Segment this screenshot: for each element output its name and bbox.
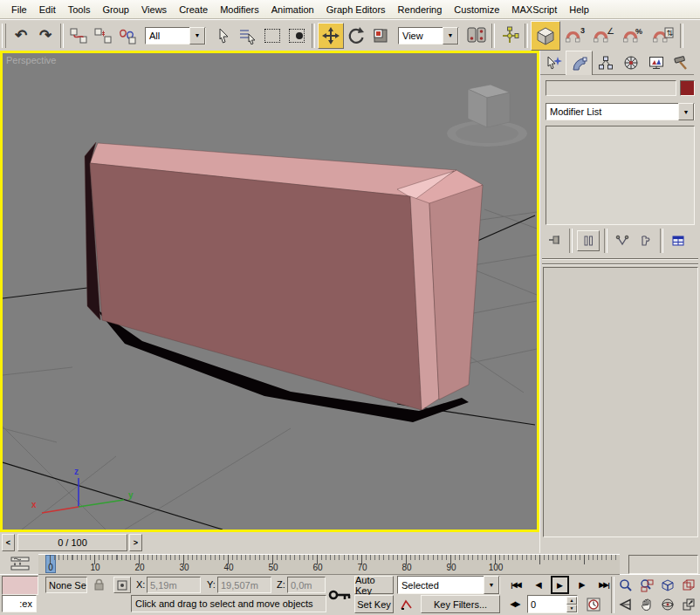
rollout-area[interactable] xyxy=(543,267,698,537)
modifier-stack-list[interactable] xyxy=(546,126,695,225)
menu-modifiers[interactable]: Modifiers xyxy=(214,2,265,17)
min-max-toggle-button[interactable] xyxy=(679,595,698,613)
configure-modifier-sets-icon xyxy=(671,235,685,247)
window-crossing-button[interactable] xyxy=(285,24,309,48)
zoom-button[interactable] xyxy=(616,576,635,594)
configure-modifier-sets-button[interactable] xyxy=(668,231,689,250)
previous-frame-button[interactable]: ◀| xyxy=(529,576,548,594)
perspective-viewport[interactable]: z x y xyxy=(0,51,539,532)
zoom-extents-button[interactable] xyxy=(658,576,677,594)
mini-listener-white-line[interactable]: :ex xyxy=(2,595,37,612)
object-name-field[interactable] xyxy=(546,80,676,96)
dropdown-arrow-icon[interactable]: ▼ xyxy=(484,576,499,594)
angle-snap-button[interactable]: ∠ xyxy=(588,24,618,48)
pin-stack-button[interactable] xyxy=(544,231,565,250)
select-and-rotate-button[interactable] xyxy=(344,24,368,48)
select-object-button[interactable] xyxy=(211,24,236,48)
frame-spinner[interactable]: ▲ ▼ xyxy=(566,597,577,612)
pin-stack-icon xyxy=(547,234,561,248)
next-frame-button[interactable]: |▶ xyxy=(572,576,591,594)
y-coordinate-field[interactable] xyxy=(217,577,271,593)
select-by-name-button[interactable] xyxy=(236,24,260,48)
spinner-down-icon[interactable]: ▼ xyxy=(566,605,577,612)
menu-help[interactable]: Help xyxy=(563,2,595,17)
pan-view-button[interactable] xyxy=(637,595,656,613)
percent-snap-button[interactable]: % xyxy=(618,24,648,48)
mini-listener-pink-line[interactable] xyxy=(2,576,38,595)
remove-modifier-button[interactable] xyxy=(635,231,655,250)
select-and-move-button[interactable] xyxy=(318,23,344,49)
reference-coordinate-system-dropdown[interactable]: View ▼ xyxy=(398,27,459,44)
go-to-start-button[interactable]: |◀◀ xyxy=(505,576,526,594)
auto-key-button[interactable]: Auto Key xyxy=(354,576,394,594)
open-mini-trackview-button[interactable] xyxy=(7,555,33,572)
time-configuration-button[interactable] xyxy=(583,595,604,613)
select-and-manipulate-button[interactable] xyxy=(498,24,522,48)
track-bar-ruler[interactable]: 0 10 20 30 40 50 60 70 80 90 100 xyxy=(38,554,620,575)
make-unique-button[interactable] xyxy=(612,231,633,250)
menu-rendering[interactable]: Rendering xyxy=(392,2,449,17)
time-slider-right-arrow[interactable]: > xyxy=(129,534,142,551)
key-mode-toggle-button[interactable]: ◀▶ xyxy=(505,595,525,613)
x-coordinate-field[interactable] xyxy=(147,577,201,593)
show-end-result-button[interactable] xyxy=(577,230,600,251)
set-keys-button[interactable] xyxy=(328,575,353,614)
arc-rotate-button[interactable] xyxy=(658,595,677,613)
separator xyxy=(60,24,64,48)
play-animation-button[interactable]: ▶ xyxy=(551,576,569,594)
tab-hierarchy[interactable] xyxy=(593,51,618,75)
current-frame-field[interactable] xyxy=(528,597,566,612)
menu-views[interactable]: Views xyxy=(135,2,173,17)
tab-create[interactable] xyxy=(540,51,566,75)
object-color-swatch[interactable] xyxy=(680,80,695,96)
unlink-selection-button[interactable] xyxy=(91,24,115,48)
tab-modify[interactable] xyxy=(566,51,593,75)
key-mode-dropdown[interactable]: Selected ▼ xyxy=(397,576,500,594)
menu-maxscript[interactable]: MAXScript xyxy=(505,2,563,17)
rectangular-selection-region-button[interactable] xyxy=(260,24,285,48)
snap-3d-button[interactable]: 3 xyxy=(560,24,588,48)
menu-create[interactable]: Create xyxy=(173,2,214,17)
selection-filter-dropdown[interactable]: All ▼ xyxy=(145,27,206,44)
time-slider-left-arrow[interactable]: < xyxy=(2,534,15,551)
modifier-list-dropdown[interactable]: Modifier List ▼ xyxy=(546,103,695,120)
time-slider[interactable]: 0 / 100 xyxy=(17,534,127,551)
zoom-all-button[interactable] xyxy=(637,576,656,594)
spinner-snap-button[interactable]: ⇅ xyxy=(648,24,677,48)
spinner-up-icon[interactable]: ▲ xyxy=(566,597,577,605)
dropdown-arrow-icon[interactable]: ▼ xyxy=(678,103,694,120)
menu-tools[interactable]: Tools xyxy=(62,2,97,17)
zoom-extents-all-button[interactable] xyxy=(679,576,698,594)
bind-to-space-warp-button[interactable] xyxy=(115,24,140,48)
tab-utilities[interactable] xyxy=(669,51,694,75)
undo-button[interactable]: ↶ xyxy=(9,24,33,48)
dropdown-arrow-icon[interactable]: ▼ xyxy=(443,27,458,44)
menu-animation[interactable]: Animation xyxy=(265,2,320,17)
rectangular-selection-region-icon xyxy=(264,29,280,43)
modifier-stack-toolbar xyxy=(544,230,697,251)
menu-edit[interactable]: Edit xyxy=(33,2,62,17)
select-and-link-button[interactable] xyxy=(66,24,91,48)
use-pivot-point-center-button[interactable] xyxy=(464,24,489,48)
snaps-toggle-button[interactable] xyxy=(531,21,560,51)
toolbar-grip[interactable] xyxy=(2,24,6,48)
selection-lock-toggle[interactable] xyxy=(91,577,106,592)
dropdown-arrow-icon[interactable]: ▼ xyxy=(189,27,205,44)
menu-graph-editors[interactable]: Graph Editors xyxy=(320,2,392,17)
menu-file[interactable]: File xyxy=(5,2,33,17)
field-of-view-button[interactable] xyxy=(616,595,635,613)
tab-motion[interactable] xyxy=(618,51,643,75)
tab-display[interactable] xyxy=(643,51,669,75)
set-key-button[interactable]: Set Key xyxy=(354,595,394,613)
default-tangents-button[interactable] xyxy=(397,595,416,613)
absolute-mode-toggle[interactable] xyxy=(113,577,131,593)
menu-customize[interactable]: Customize xyxy=(448,2,505,17)
redo-button[interactable]: ↷ xyxy=(33,24,58,48)
key-filters-button[interactable]: Key Filters... xyxy=(421,595,500,613)
tick-label: 20 xyxy=(128,563,151,572)
redo-icon: ↷ xyxy=(39,26,51,44)
menu-group[interactable]: Group xyxy=(96,2,135,17)
select-and-scale-button[interactable] xyxy=(368,24,393,48)
viewport-label[interactable]: Perspective xyxy=(6,55,56,65)
z-coordinate-field[interactable] xyxy=(287,577,326,593)
